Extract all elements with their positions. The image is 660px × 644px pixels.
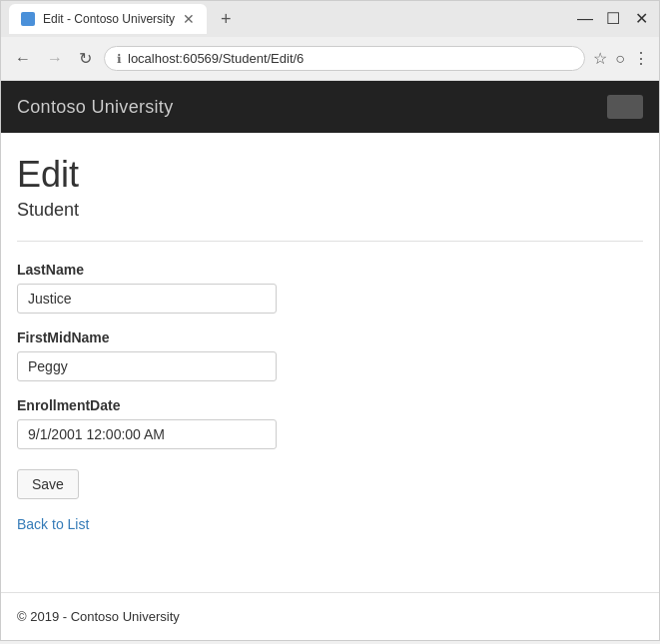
footer-copyright: © 2019 - Contoso University xyxy=(17,609,180,624)
enrollment-date-group: EnrollmentDate xyxy=(17,397,643,449)
profile-icon[interactable]: ○ xyxy=(615,50,625,68)
tab-close-icon[interactable]: ✕ xyxy=(183,12,195,26)
app-header: Contoso University xyxy=(1,81,659,133)
title-bar: Edit - Contoso University ✕ + — ☐ ✕ xyxy=(1,1,659,37)
tab-favicon xyxy=(21,12,35,26)
close-button[interactable]: ✕ xyxy=(631,11,651,27)
first-mid-name-group: FirstMidName xyxy=(17,329,643,381)
forward-nav-button[interactable]: → xyxy=(43,48,67,70)
new-tab-button[interactable]: + xyxy=(215,9,238,30)
header-menu-button[interactable] xyxy=(607,95,643,119)
enrollment-date-label: EnrollmentDate xyxy=(17,397,643,413)
last-name-label: LastName xyxy=(17,262,643,278)
back-nav-button[interactable]: ← xyxy=(11,48,35,70)
tab-label: Edit - Contoso University xyxy=(43,12,175,26)
star-icon[interactable]: ☆ xyxy=(593,49,607,68)
url-bar[interactable]: ℹ localhost:60569/Student/Edit/6 xyxy=(104,46,585,71)
save-button[interactable]: Save xyxy=(17,469,79,499)
browser-tab[interactable]: Edit - Contoso University ✕ xyxy=(9,4,207,34)
restore-button[interactable]: ☐ xyxy=(603,11,623,27)
top-divider xyxy=(17,241,643,242)
app-title: Contoso University xyxy=(17,97,173,118)
secure-icon: ℹ xyxy=(117,52,122,66)
last-name-group: LastName xyxy=(17,262,643,314)
enrollment-date-input[interactable] xyxy=(17,419,277,449)
address-bar: ← → ↻ ℹ localhost:60569/Student/Edit/6 ☆… xyxy=(1,37,659,81)
page-subtitle: Student xyxy=(17,200,643,221)
title-bar-left: Edit - Contoso University ✕ + xyxy=(9,4,238,34)
last-name-input[interactable] xyxy=(17,284,277,314)
reload-button[interactable]: ↻ xyxy=(75,47,96,70)
page-content: Edit Student LastName FirstMidName Enrol… xyxy=(1,133,659,592)
back-to-list-container: Back to List xyxy=(17,515,643,533)
back-to-list-link[interactable]: Back to List xyxy=(17,516,89,532)
address-bar-right: ☆ ○ ⋮ xyxy=(593,49,649,68)
url-text: localhost:60569/Student/Edit/6 xyxy=(128,51,304,66)
first-mid-name-input[interactable] xyxy=(17,351,277,381)
page-footer: © 2019 - Contoso University xyxy=(1,592,659,640)
first-mid-name-label: FirstMidName xyxy=(17,329,643,345)
browser-window: Edit - Contoso University ✕ + — ☐ ✕ ← → … xyxy=(0,0,660,641)
minimize-button[interactable]: — xyxy=(575,11,595,27)
menu-icon[interactable]: ⋮ xyxy=(633,49,649,68)
title-bar-controls: — ☐ ✕ xyxy=(575,11,651,27)
page-title: Edit xyxy=(17,153,643,196)
